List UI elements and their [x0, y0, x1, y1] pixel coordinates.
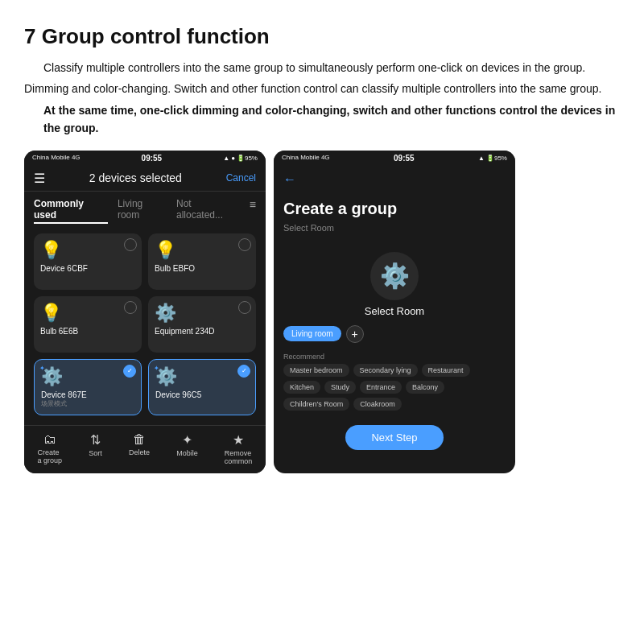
desc-2: Dimming and color-changing. Switch and o…: [24, 80, 620, 97]
next-step-button[interactable]: Next Step: [345, 425, 443, 450]
bluetooth-icon: ✦: [39, 365, 45, 372]
right-status-icons: ▲ 🔋95%: [478, 155, 507, 162]
selected-count-title: 2 devices selected: [89, 171, 182, 184]
device-card-6e6b[interactable]: 💡 Bulb 6E6B: [34, 296, 142, 353]
select-circle-checked[interactable]: ✓: [123, 365, 136, 378]
select-circle[interactable]: [238, 301, 251, 314]
create-group-page-title: Create a group: [274, 193, 515, 221]
signal-icon-r: ▲: [478, 155, 485, 162]
select-circle[interactable]: [124, 238, 137, 251]
device-icon-867e: ⚙️: [41, 366, 134, 387]
tab-not-allocated[interactable]: Not allocated...: [176, 198, 240, 224]
chip-balcony[interactable]: Balcony: [406, 381, 444, 394]
device-icon-bulb: 💡: [155, 240, 250, 261]
right-header: ←: [274, 166, 515, 193]
device-icon-96c5: ⚙️: [155, 366, 249, 387]
device-card-96c5[interactable]: ✦ ⚙️ Device 96C5 ✓: [148, 359, 256, 415]
device-name: Device 867E: [41, 390, 134, 399]
select-circle[interactable]: [238, 238, 251, 251]
left-status-icons: ▲ ● 🔋95%: [223, 155, 258, 162]
device-icon-lamp: 💡: [40, 240, 135, 261]
select-circle[interactable]: [124, 301, 137, 314]
chip-childrens-room[interactable]: Children's Room: [283, 398, 349, 411]
sort-label: Sort: [89, 449, 102, 457]
select-room-label: Select Room: [274, 221, 515, 239]
chip-kitchen[interactable]: Kitchen: [283, 381, 320, 394]
create-group-button[interactable]: 🗂 Createa group: [38, 432, 63, 465]
device-icon-equipment: ⚙️: [155, 303, 250, 324]
battery-icon-r: 🔋95%: [486, 155, 507, 162]
tabs-row: Commonly used Living room Not allocated.…: [24, 192, 266, 227]
cancel-button[interactable]: Cancel: [226, 172, 256, 184]
bottom-toolbar: 🗂 Createa group ⇅ Sort 🗑 Delete ✦ Mobile…: [24, 425, 266, 473]
select-circle-checked2[interactable]: ✓: [237, 365, 250, 378]
delete-button[interactable]: 🗑 Delete: [129, 432, 150, 465]
desc-1: Classify multiple controllers into the s…: [24, 59, 620, 76]
tab-commonly-used[interactable]: Commonly used: [34, 198, 108, 224]
left-header: ☰ 2 devices selected Cancel: [24, 166, 266, 192]
device-name: Bulb 6E6B: [40, 327, 135, 336]
device-card-234d[interactable]: ⚙️ Equipment 234D: [148, 296, 256, 353]
signal-icon: ▲: [223, 155, 229, 162]
sort-button[interactable]: ⇅ Sort: [89, 432, 102, 465]
device-card-867e[interactable]: ✦ ⚙️ Device 867E 场景模式 ✓: [34, 359, 142, 415]
mobile-icon: ✦: [182, 432, 192, 448]
delete-icon: 🗑: [133, 432, 146, 447]
right-status-bar: China Mobile 4G 09:55 ▲ 🔋95%: [274, 151, 515, 166]
menu-icon[interactable]: ☰: [34, 171, 45, 186]
device-sub-mode: 场景模式: [41, 399, 134, 408]
device-name: Device 6CBF: [40, 264, 135, 273]
sort-icon: ⇅: [90, 432, 101, 448]
left-time: 09:55: [142, 154, 163, 163]
delete-label: Delete: [129, 448, 150, 456]
mobile-label: Mobile: [176, 449, 198, 457]
battery-icon: 🔋95%: [237, 155, 258, 162]
select-room-text: Select Room: [365, 305, 424, 317]
device-card-ebfo[interactable]: 💡 Bulb EBFO: [148, 233, 256, 290]
left-carrier: China Mobile 4G: [32, 155, 80, 162]
device-card-6cbf[interactable]: 💡 Device 6CBF: [34, 233, 142, 290]
chip-entrance[interactable]: Entrance: [360, 381, 402, 394]
chip-secondary[interactable]: Secondary lying: [353, 364, 418, 377]
remove-common-icon: ★: [233, 432, 244, 448]
devices-grid: 💡 Device 6CBF 💡 Bulb EBFO 💡 Bulb 6E6B ⚙️…: [24, 227, 266, 422]
device-name: Device 96C5: [155, 390, 249, 399]
page-title: 7 Group control function: [24, 24, 620, 49]
screenshots-row: China Mobile 4G 09:55 ▲ ● 🔋95% ☰ 2 devic…: [24, 151, 620, 473]
right-time: 09:55: [394, 154, 415, 163]
recommend-chips: Master bedroom Secondary lying Restauran…: [274, 364, 515, 411]
back-button[interactable]: ←: [283, 172, 296, 187]
remove-common-button[interactable]: ★ Removecommon: [225, 432, 253, 465]
living-room-chip[interactable]: Living room: [283, 326, 341, 341]
remove-common-label: Removecommon: [225, 449, 253, 465]
device-icon-bulb2: 💡: [40, 303, 135, 324]
room-icon-area: ⚙️ Select Room: [274, 239, 515, 325]
device-name: Equipment 234D: [155, 327, 250, 336]
create-group-icon: 🗂: [43, 432, 56, 447]
left-phone-screen: China Mobile 4G 09:55 ▲ ● 🔋95% ☰ 2 devic…: [24, 151, 266, 473]
room-icon-circle: ⚙️: [370, 252, 419, 300]
left-status-bar: China Mobile 4G 09:55 ▲ ● 🔋95%: [24, 151, 266, 166]
right-carrier: China Mobile 4G: [282, 155, 330, 162]
recommend-label: Recommend: [274, 349, 515, 364]
create-group-label: Createa group: [38, 448, 63, 464]
wifi-icon: ●: [231, 155, 235, 162]
room-settings-icon: ⚙️: [380, 262, 410, 290]
tab-living-room[interactable]: Living room: [118, 198, 167, 224]
add-room-button[interactable]: +: [346, 325, 364, 343]
device-name: Bulb EBFO: [155, 264, 250, 273]
next-step-area: Next Step: [274, 415, 515, 463]
chip-cloakroom[interactable]: Cloakroom: [353, 398, 402, 411]
chip-study[interactable]: Study: [324, 381, 356, 394]
right-phone-screen: China Mobile 4G 09:55 ▲ 🔋95% ← Create a …: [274, 151, 515, 473]
sort-icon[interactable]: ≡: [250, 198, 256, 224]
chip-restaurant[interactable]: Restaurant: [422, 364, 470, 377]
mobile-button[interactable]: ✦ Mobile: [176, 432, 198, 465]
chip-master-bedroom[interactable]: Master bedroom: [283, 364, 349, 377]
bluetooth-icon2: ✦: [154, 365, 159, 372]
room-chips-row: Living room +: [274, 325, 515, 343]
desc-3: At the same time, one-click dimming and …: [24, 101, 620, 138]
